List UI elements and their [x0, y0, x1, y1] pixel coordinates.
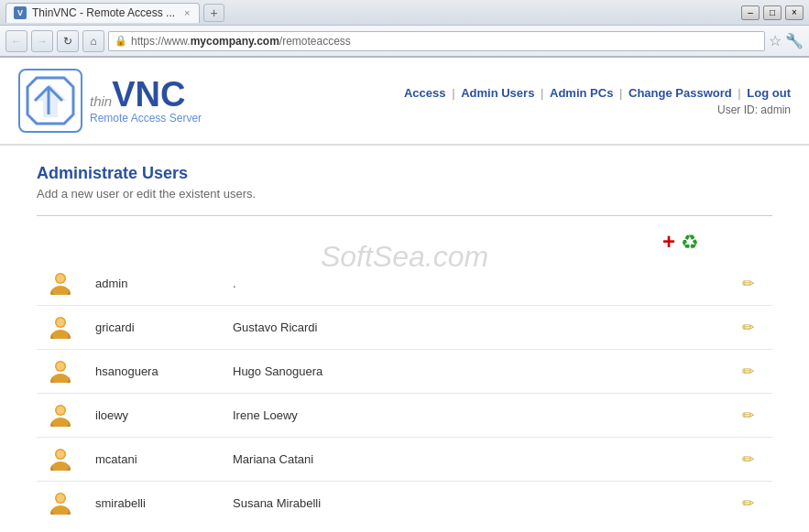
admin-users-link[interactable]: Admin Users: [461, 86, 534, 100]
edit-cell: ✏: [717, 482, 772, 526]
header-right: Access | Admin Users | Admin PCs | Chang…: [404, 86, 791, 116]
svg-point-21: [57, 451, 65, 459]
edit-cell: ✏: [717, 438, 772, 482]
logo-thin: thin: [90, 93, 112, 109]
svg-point-9: [57, 319, 65, 327]
edit-button[interactable]: ✏: [742, 495, 754, 511]
svg-point-18: [52, 418, 69, 427]
nav-sep-1: |: [452, 86, 454, 100]
table-row: admin . ✏: [37, 262, 772, 306]
access-link[interactable]: Access: [404, 86, 446, 100]
logout-link[interactable]: Log out: [747, 86, 791, 100]
new-tab-button[interactable]: +: [203, 4, 224, 22]
page-inner: thin VNC Remote Access Server Access | A…: [0, 58, 809, 532]
nav-links: Access | Admin Users | Admin PCs | Chang…: [404, 86, 791, 100]
table-row: smirabelli Susana Mirabelli ✏: [37, 482, 772, 526]
user-icon-cell: [37, 482, 84, 526]
fullname-cell: Hugo Sanoguera: [222, 350, 717, 394]
user-avatar: [48, 401, 73, 427]
section-title: Administrate Users: [37, 164, 772, 183]
lock-icon: 🔒: [115, 35, 127, 47]
svg-point-26: [52, 505, 69, 515]
username-cell: mcatani: [84, 438, 222, 482]
nav-sep-4: |: [738, 86, 740, 100]
fullname-cell: Gustavo Ricardi: [222, 306, 717, 350]
logo-text-area: thin VNC Remote Access Server: [90, 77, 202, 125]
minimize-button[interactable]: –: [741, 5, 760, 20]
add-user-button[interactable]: +: [662, 231, 675, 255]
table-row: hsanoguera Hugo Sanoguera ✏: [37, 350, 772, 394]
back-button[interactable]: ←: [5, 30, 27, 52]
edit-button[interactable]: ✏: [742, 451, 754, 467]
user-avatar: [48, 313, 73, 339]
username-cell: admin: [84, 262, 222, 306]
wrench-icon[interactable]: 🔧: [785, 32, 804, 49]
svg-point-13: [57, 363, 65, 371]
user-icon-cell: [37, 394, 84, 438]
tab-favicon: V: [14, 6, 27, 19]
close-button[interactable]: ×: [785, 5, 804, 20]
svg-point-25: [57, 494, 65, 503]
table-row: gricardi Gustavo Ricardi ✏: [37, 306, 772, 350]
edit-button[interactable]: ✏: [742, 407, 754, 423]
maximize-button[interactable]: □: [763, 5, 782, 20]
browser-tab[interactable]: V ThinVNC - Remote Access ... ×: [5, 3, 200, 23]
main-content: Administrate Users Add a new user or edi…: [0, 146, 809, 532]
tab-close-button[interactable]: ×: [184, 7, 190, 18]
title-bar-left: V ThinVNC - Remote Access ... × +: [5, 3, 224, 23]
user-icon-cell: [37, 438, 84, 482]
fullname-cell: Irene Loewy: [222, 394, 717, 438]
nav-sep-3: |: [619, 86, 622, 100]
username-cell: iloewy: [84, 394, 222, 438]
browser-chrome: V ThinVNC - Remote Access ... × + – □ × …: [0, 0, 809, 58]
user-avatar: [48, 489, 73, 515]
username-cell: gricardi: [84, 306, 222, 350]
reload-button[interactable]: ↻: [57, 30, 79, 52]
edit-button[interactable]: ✏: [742, 320, 754, 335]
bookmark-star-icon[interactable]: ☆: [769, 32, 782, 49]
address-path: /remoteaccess: [279, 35, 351, 48]
edit-cell: ✏: [717, 350, 772, 394]
page-content: thin VNC Remote Access Server Access | A…: [0, 58, 809, 532]
navigation-bar: ← → ↻ ⌂ 🔒 https://www.mycompany.com/remo…: [0, 26, 809, 57]
address-text: https://www.mycompany.com/remoteaccess: [131, 35, 759, 48]
address-domain: mycompany.com: [191, 35, 279, 48]
fullname-cell: Mariana Catani: [222, 438, 717, 482]
user-id: User ID: admin: [404, 103, 791, 116]
fullname-cell: Susana Mirabelli: [222, 482, 717, 526]
table-row: iloewy Irene Loewy ✏: [37, 394, 772, 438]
change-password-link[interactable]: Change Password: [629, 86, 732, 100]
svg-point-5: [57, 275, 65, 283]
refresh-button[interactable]: ♻: [681, 231, 699, 255]
logo-area: thin VNC Remote Access Server: [18, 69, 202, 133]
user-table: admin . ✏ gricardi Gustavo Ricardi: [37, 262, 772, 525]
home-button[interactable]: ⌂: [82, 30, 104, 52]
user-avatar: [48, 357, 73, 383]
forward-button[interactable]: →: [31, 30, 53, 52]
address-bar[interactable]: 🔒 https://www.mycompany.com/remoteaccess: [108, 31, 765, 51]
logo-vnc: VNC: [112, 77, 185, 112]
user-avatar: [48, 445, 73, 471]
logo-svg: [23, 73, 78, 128]
username-cell: hsanoguera: [84, 350, 222, 394]
title-bar: V ThinVNC - Remote Access ... × + – □ ×: [0, 0, 809, 26]
edit-button[interactable]: ✏: [742, 276, 754, 291]
action-bar: + ♻: [37, 231, 772, 255]
edit-cell: ✏: [717, 394, 772, 438]
username-cell: smirabelli: [84, 482, 222, 526]
user-icon-cell: [37, 350, 84, 394]
table-row: mcatani Mariana Catani ✏: [37, 438, 772, 482]
admin-pcs-link[interactable]: Admin PCs: [550, 86, 613, 100]
edit-button[interactable]: ✏: [742, 364, 754, 379]
section-desc: Add a new user or edit the existent user…: [37, 187, 772, 201]
section-divider: [37, 215, 772, 216]
edit-cell: ✏: [717, 262, 772, 306]
fullname-cell: .: [222, 262, 717, 306]
svg-point-22: [52, 461, 69, 471]
svg-point-6: [52, 286, 69, 295]
user-icon-cell: [37, 306, 84, 350]
svg-point-14: [52, 374, 69, 383]
logo-subtitle: Remote Access Server: [90, 112, 202, 125]
user-icon-cell: [37, 262, 84, 306]
svg-point-10: [52, 330, 69, 339]
